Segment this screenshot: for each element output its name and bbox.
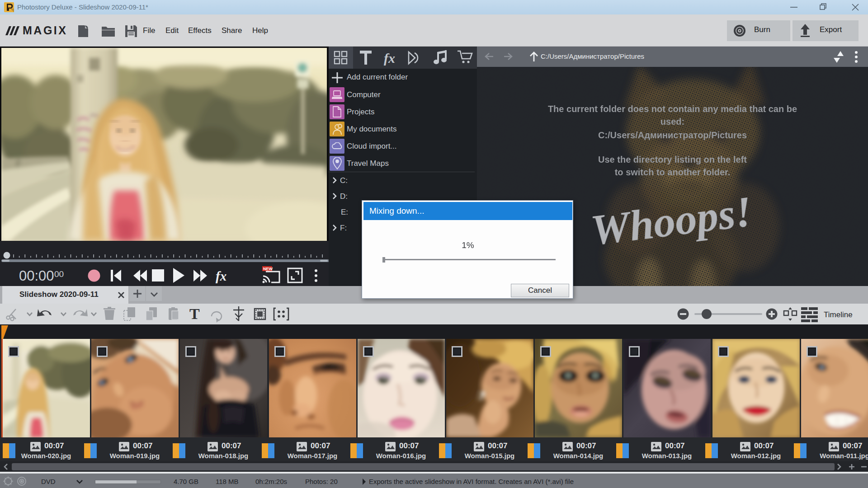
svg-text:fx: fx	[384, 51, 395, 66]
svg-text:MAGIX: MAGIX	[23, 25, 67, 37]
svg-text:NEW: NEW	[263, 267, 273, 271]
svg-text:00: 00	[54, 269, 64, 279]
svg-text:Timeline: Timeline	[824, 310, 853, 319]
svg-text:T: T	[189, 305, 200, 322]
svg-text:00:00: 00:00	[19, 268, 54, 284]
svg-text:fx: fx	[216, 269, 226, 283]
